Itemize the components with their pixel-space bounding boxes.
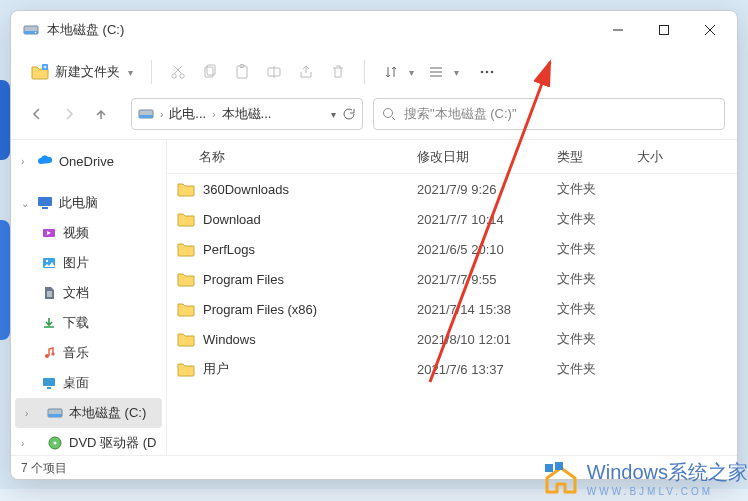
table-row[interactable]: PerfLogs2021/6/5 20:10文件夹 [167, 234, 737, 264]
sidebar-item-desktop[interactable]: 桌面 [11, 368, 166, 398]
column-name[interactable]: 名称 [167, 148, 417, 166]
table-row[interactable]: Windows2021/8/10 12:01文件夹 [167, 324, 737, 354]
file-type: 文件夹 [557, 210, 637, 228]
close-button[interactable] [687, 14, 733, 46]
downloads-icon [42, 316, 56, 330]
table-row[interactable]: Program Files2021/7/7 9:55文件夹 [167, 264, 737, 294]
svg-point-2 [35, 32, 37, 34]
chevron-down-icon: ▾ [409, 67, 414, 78]
folder-icon [177, 271, 195, 287]
table-row[interactable]: 用户2021/7/6 13:37文件夹 [167, 354, 737, 384]
breadcrumb-drive[interactable]: 本地磁... [222, 105, 272, 123]
sidebar-item-pictures[interactable]: 图片 [11, 248, 166, 278]
address-bar[interactable]: › 此电... › 本地磁... ▾ [131, 98, 363, 130]
file-type: 文件夹 [557, 300, 637, 318]
watermark-sub: WWW.BJMLV.COM [587, 486, 748, 497]
chevron-down-icon[interactable]: ▾ [331, 109, 336, 120]
file-name: 用户 [203, 360, 229, 378]
folder-icon [177, 181, 195, 197]
sidebar-label: 音乐 [63, 344, 89, 362]
watermark: Windows系统之家 WWW.BJMLV.COM [541, 455, 748, 501]
sidebar-item-drive-c[interactable]: › 本地磁盘 (C:) [15, 398, 162, 428]
close-icon [705, 25, 715, 35]
paste-icon [234, 64, 250, 80]
pictures-icon [42, 256, 56, 270]
svg-rect-41 [43, 378, 55, 386]
sidebar-label: 桌面 [63, 374, 89, 392]
sidebar-label: 此电脑 [59, 194, 98, 212]
status-text: 7 个项目 [21, 461, 67, 475]
sidebar-item-downloads[interactable]: 下载 [11, 308, 166, 338]
minimize-button[interactable] [595, 14, 641, 46]
svg-point-23 [481, 71, 484, 74]
sidebar: › OneDrive ⌄ 此电脑 视频 图片 文档 [11, 140, 167, 455]
svg-point-11 [180, 74, 184, 78]
svg-point-25 [491, 71, 494, 74]
svg-point-28 [384, 109, 393, 118]
chevron-right-icon: › [210, 109, 217, 120]
view-list-icon [428, 64, 444, 80]
sidebar-item-video[interactable]: 视频 [11, 218, 166, 248]
address-row: › 此电... › 本地磁... ▾ 搜索"本地磁盘 (C:)" [11, 95, 737, 139]
cut-button[interactable] [162, 56, 194, 88]
chevron-right-icon: › [21, 156, 31, 167]
svg-point-40 [51, 352, 54, 355]
new-folder-icon [31, 64, 49, 80]
folder-icon [177, 211, 195, 227]
copy-button[interactable] [194, 56, 226, 88]
file-date: 2021/8/10 12:01 [417, 332, 557, 347]
sidebar-item-thispc[interactable]: ⌄ 此电脑 [11, 188, 166, 218]
file-type: 文件夹 [557, 330, 637, 348]
share-button[interactable] [290, 56, 322, 88]
sidebar-label: 图片 [63, 254, 89, 272]
delete-button[interactable] [322, 56, 354, 88]
rename-icon [266, 64, 282, 80]
dvd-icon [48, 436, 62, 450]
sort-button[interactable] [375, 56, 407, 88]
refresh-icon[interactable] [342, 107, 356, 121]
sidebar-item-onedrive[interactable]: › OneDrive [11, 146, 166, 176]
breadcrumb-thispc[interactable]: 此电... [169, 105, 206, 123]
table-row[interactable]: Program Files (x86)2021/7/14 15:38文件夹 [167, 294, 737, 324]
maximize-button[interactable] [641, 14, 687, 46]
sidebar-item-music[interactable]: 音乐 [11, 338, 166, 368]
sidebar-label: 文档 [63, 284, 89, 302]
svg-point-24 [486, 71, 489, 74]
paste-button[interactable] [226, 56, 258, 88]
column-size[interactable]: 大小 [637, 148, 737, 166]
more-icon [479, 64, 495, 80]
sidebar-item-documents[interactable]: 文档 [11, 278, 166, 308]
watermark-logo-icon [541, 460, 581, 496]
up-button[interactable] [87, 100, 115, 128]
video-icon [42, 226, 56, 240]
documents-icon [42, 286, 56, 300]
file-date: 2021/7/14 15:38 [417, 302, 557, 317]
sidebar-item-dvd[interactable]: › DVD 驱动器 (D [11, 428, 166, 455]
svg-rect-27 [139, 115, 153, 118]
rename-button[interactable] [258, 56, 290, 88]
column-type[interactable]: 类型 [557, 148, 637, 166]
search-input[interactable]: 搜索"本地磁盘 (C:)" [373, 98, 725, 130]
view-button[interactable] [420, 56, 452, 88]
sidebar-label: DVD 驱动器 (D [69, 434, 156, 452]
table-row[interactable]: 360Downloads2021/7/9 9:26文件夹 [167, 174, 737, 204]
file-name: Program Files [203, 272, 284, 287]
column-date[interactable]: 修改日期 [417, 148, 557, 166]
file-list-panel: 名称 修改日期 类型 大小 360Downloads2021/7/9 9:26文… [167, 140, 737, 455]
arrow-right-icon [62, 107, 76, 121]
table-row[interactable]: Download2021/7/7 10:14文件夹 [167, 204, 737, 234]
chevron-right-icon: › [158, 109, 165, 120]
file-type: 文件夹 [557, 240, 637, 258]
back-button[interactable] [23, 100, 51, 128]
file-date: 2021/6/5 20:10 [417, 242, 557, 257]
file-type: 文件夹 [557, 180, 637, 198]
folder-icon [177, 241, 195, 257]
cut-icon [170, 64, 186, 80]
more-button[interactable] [471, 56, 503, 88]
forward-button[interactable] [55, 100, 83, 128]
new-folder-label: 新建文件夹 [55, 63, 120, 81]
new-folder-button[interactable]: 新建文件夹 ▾ [23, 59, 141, 85]
svg-point-35 [46, 260, 48, 262]
svg-rect-31 [42, 207, 48, 209]
svg-rect-42 [47, 387, 51, 389]
